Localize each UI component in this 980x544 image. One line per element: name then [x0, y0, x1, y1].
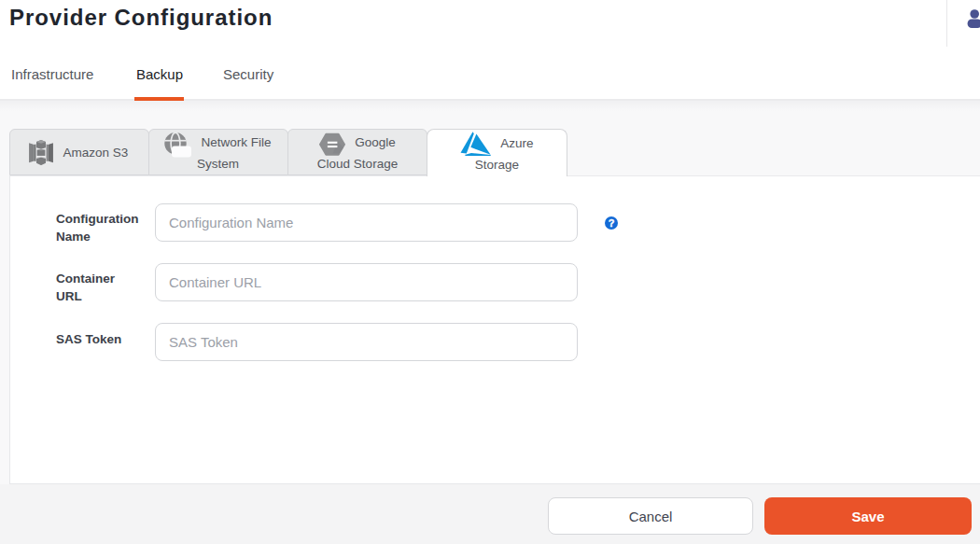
svg-text:?: ? — [608, 216, 614, 228]
